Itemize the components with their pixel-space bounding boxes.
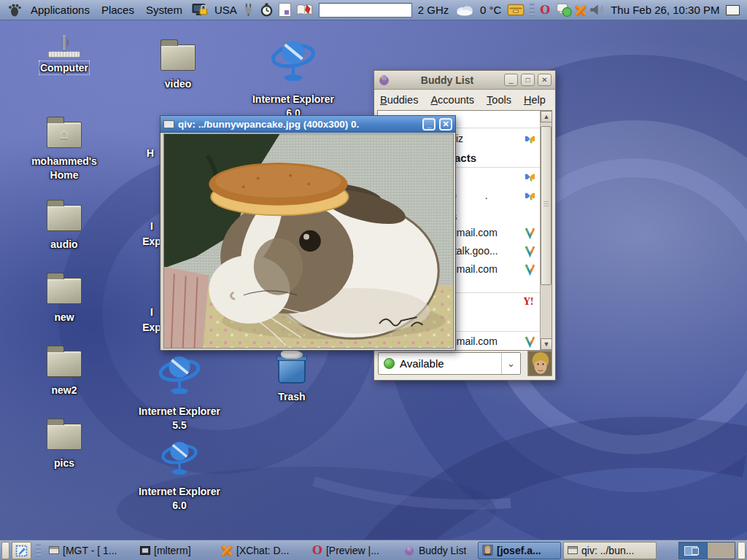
desktop-icon-new2[interactable]: new2	[22, 344, 107, 397]
task-mlterm[interactable]: [mlterm]	[136, 541, 215, 560]
task-xchat[interactable]: [XChat: D...	[217, 541, 306, 560]
icon-label: new2	[22, 384, 107, 397]
task-mgt[interactable]: [MGT - [ 1...	[45, 541, 134, 560]
workspace-1[interactable]	[679, 542, 707, 559]
buddy-list-menubar: Buddies Accounts Tools Help	[374, 90, 555, 109]
buddy-name: o .	[451, 190, 488, 201]
desktop-icon-ie55[interactable]: Internet Explorer 5.5	[134, 351, 225, 432]
pidgin-icon	[403, 545, 415, 556]
qiv-window: qiv: ../bunnywpancake.jpg (400x300) 0. _…	[160, 115, 456, 351]
close-button[interactable]: ✕	[439, 118, 452, 131]
icon-label: video	[136, 77, 220, 91]
weather-cloud-icon[interactable]	[455, 4, 474, 16]
xchat-icon[interactable]	[575, 4, 587, 16]
desktop-icon-video[interactable]: video	[136, 38, 220, 91]
xchat-icon	[221, 545, 233, 556]
menu-tools[interactable]: Tools	[487, 94, 511, 106]
task-preview[interactable]: O [Preview |...	[309, 541, 398, 560]
task-buddy-list[interactable]: Buddy List	[400, 541, 476, 560]
icon-label: mohammed's Home	[22, 155, 107, 182]
icon-label: pics	[22, 456, 107, 470]
window-title: qiv: ../bunnywpancake.jpg (400x300) 0.	[178, 119, 419, 130]
desktop-icon-home[interactable]: ⌂ mohammed's Home	[22, 115, 107, 182]
yahoo-protocol-icon: Y!	[524, 297, 536, 309]
buddy-list-titlebar[interactable]: Buddy List _ □ ✕	[374, 71, 555, 90]
workspace-switcher[interactable]	[678, 542, 735, 559]
opera-icon[interactable]: O	[540, 4, 550, 16]
bunny-pancake-photo	[163, 133, 454, 349]
show-desktop-icon[interactable]	[726, 5, 740, 15]
lock-screen-icon[interactable]	[191, 3, 209, 17]
top-panel: Applications Places System USA 2 GHz 0 °…	[0, 0, 747, 20]
avatar-icon	[482, 545, 493, 556]
chat-applet-icon[interactable]	[556, 3, 572, 17]
buddy-name: gmail.com	[451, 263, 498, 275]
show-desktop-button[interactable]	[12, 542, 31, 559]
qiv-titlebar[interactable]: qiv: ../bunnywpancake.jpg (400x300) 0. _…	[160, 116, 455, 133]
buddy-name: .talk.goo...	[451, 245, 498, 257]
icon-label: audio	[22, 238, 107, 252]
task-qiv[interactable]: qiv: ../bun...	[563, 542, 657, 559]
buddy-icon-button[interactable]	[527, 351, 552, 376]
internet-explorer-icon	[160, 438, 199, 478]
menu-accounts[interactable]: Accounts	[430, 94, 474, 106]
status-selector[interactable]: Available ⌄	[378, 352, 521, 375]
desktop-icon-ie6-top[interactable]: Internet Explorer 6.0	[248, 35, 338, 120]
cpu-frequency-label[interactable]: 2 GHz	[418, 4, 449, 16]
timer-applet-icon[interactable]	[260, 3, 274, 17]
task-label: [josef.a...	[497, 545, 541, 556]
close-button[interactable]: ✕	[538, 74, 551, 86]
desktop-icon-ie6-bottom[interactable]: Internet Explorer 6.0	[134, 438, 225, 513]
panel-mini-button[interactable]	[1, 542, 9, 559]
applications-menu[interactable]: Applications	[25, 2, 96, 18]
minimize-button[interactable]: _	[504, 74, 518, 86]
occluded-icon-label-h: H	[143, 146, 158, 161]
opera-icon: O	[312, 545, 322, 556]
desktop-icon-pics[interactable]: pics	[22, 417, 107, 470]
gnome-foot-menu-icon[interactable]	[7, 3, 22, 18]
task-label: [mlterm]	[154, 545, 191, 556]
chevron-down-icon[interactable]: ⌄	[501, 353, 520, 374]
terminal-icon	[140, 546, 150, 555]
system-menu[interactable]: System	[140, 2, 188, 18]
menu-help[interactable]: Help	[524, 94, 546, 106]
panel-search-input[interactable]	[319, 3, 412, 18]
task-label: qiv: ../bun...	[581, 545, 634, 556]
menu-buddies[interactable]: Buddies	[380, 94, 418, 106]
taskbar-grip-handle[interactable]	[36, 543, 41, 558]
dictionary-icon[interactable]	[296, 3, 313, 17]
desktop-icon-computer[interactable]: Computer	[22, 36, 107, 75]
buddy-list-scrollbar[interactable]: ▲ ▼	[540, 111, 551, 350]
scrollbar-thumb[interactable]	[541, 126, 551, 285]
pidgin-icon	[378, 74, 390, 86]
temperature-label[interactable]: 0 °C	[480, 4, 501, 16]
desktop-icon-trash[interactable]: Trash	[249, 351, 334, 404]
sticky-notes-icon[interactable]	[279, 3, 291, 17]
minimize-button[interactable]: _	[422, 118, 436, 131]
drawer-applet-icon[interactable]	[507, 4, 525, 16]
workspace-2[interactable]	[707, 542, 735, 559]
volume-speaker-icon[interactable]	[589, 4, 605, 16]
window-icon	[568, 546, 578, 554]
panel-grip-handle[interactable]	[530, 3, 535, 18]
desktop-root: Applications Places System USA 2 GHz 0 °…	[0, 0, 747, 560]
internet-explorer-icon	[157, 351, 202, 398]
msn-protocol-icon	[524, 133, 536, 145]
desktop-icon-audio[interactable]: audio	[22, 198, 107, 252]
window-icon	[49, 546, 59, 554]
scroll-down-button[interactable]: ▼	[541, 338, 552, 350]
task-josef-active[interactable]: [josef.a...	[478, 542, 561, 559]
scroll-up-button[interactable]: ▲	[541, 111, 552, 122]
available-status-icon	[384, 358, 395, 369]
maximize-button[interactable]: □	[521, 74, 535, 86]
task-label: [Preview |...	[326, 545, 379, 556]
power-plug-icon[interactable]	[243, 3, 254, 17]
desktop-icon-new[interactable]: new	[22, 271, 107, 324]
task-label: [MGT - [ 1...	[63, 545, 117, 556]
keyboard-layout-indicator[interactable]: USA	[214, 4, 237, 16]
gtalk-protocol-icon	[524, 245, 536, 257]
clock-label[interactable]: Thu Feb 26, 10:30 PM	[611, 4, 719, 16]
internet-explorer-icon	[269, 35, 317, 86]
places-menu[interactable]: Places	[96, 2, 140, 18]
panel-hide-button[interactable]	[738, 542, 746, 559]
